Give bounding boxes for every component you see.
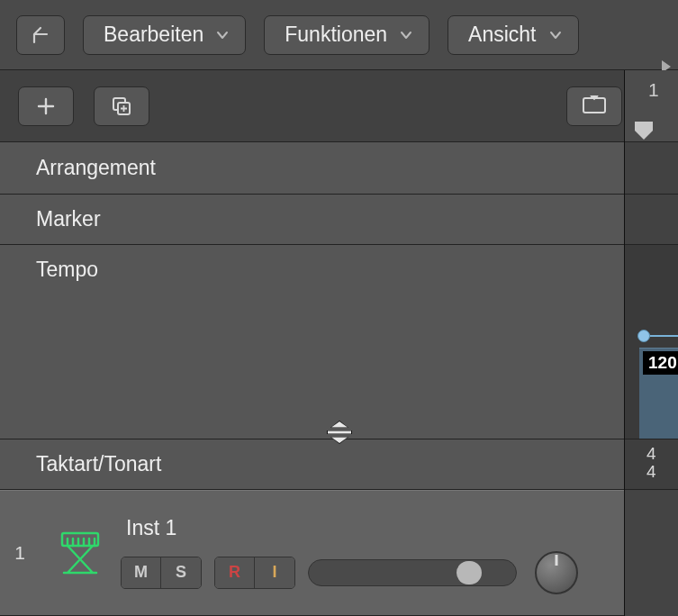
duplicate-track-button[interactable] (94, 86, 149, 126)
bar-number: 1 (648, 79, 659, 101)
back-button[interactable] (16, 15, 65, 55)
track-body: Inst 1 M S R I (121, 512, 678, 594)
ruler-marker[interactable] (625, 195, 678, 245)
tempo-label: Tempo (36, 258, 98, 282)
tempo-value-badge: 120 (643, 351, 678, 375)
arrangement-label: Arrangement (36, 156, 156, 180)
arrangement-lane: Arrangement + (0, 142, 678, 195)
pan-knob[interactable] (535, 551, 578, 594)
functions-menu[interactable]: Funktionen (264, 15, 429, 55)
track-number: 1 (0, 542, 40, 564)
playhead-icon[interactable] (632, 119, 655, 142)
input-monitor-button[interactable]: I (255, 557, 294, 588)
tempo-lane: Tempo 140 120 100 (0, 245, 678, 439)
functions-menu-label: Funktionen (285, 23, 387, 47)
view-menu-label: Ansicht (468, 23, 536, 47)
keyboard-instrument-icon (55, 528, 105, 578)
duplicate-icon (110, 95, 133, 118)
tracks-subtoolbar (0, 70, 678, 142)
chevron-down-icon (400, 29, 412, 41)
catch-playhead-icon (582, 95, 607, 117)
marker-label: Marker (36, 207, 101, 231)
time-signature: 4 4 (646, 445, 656, 481)
tempo-point[interactable] (637, 330, 650, 342)
ruler-area: 1 120 4 4 (624, 70, 678, 616)
signature-lane: Taktart/Tonart + (0, 439, 678, 490)
catch-playhead-button[interactable] (566, 86, 622, 126)
track-name[interactable]: Inst 1 (121, 516, 678, 540)
ruler-arrangement[interactable] (625, 142, 678, 195)
bar-ruler[interactable]: 1 (625, 70, 678, 142)
resize-handle-icon[interactable] (320, 419, 359, 446)
plus-icon (36, 96, 56, 116)
view-menu[interactable]: Ansicht (447, 15, 578, 55)
track-row[interactable]: 1 Inst 1 M S R I (0, 490, 678, 616)
volume-slider[interactable] (308, 559, 517, 586)
volume-thumb[interactable] (457, 561, 482, 584)
track-icon-slot (40, 528, 121, 578)
chevron-down-icon (549, 29, 562, 41)
ruler-signature[interactable]: 4 4 (625, 439, 678, 490)
ruler-tempo[interactable]: 120 (625, 245, 678, 439)
time-sig-numerator: 4 (646, 445, 656, 463)
main-toolbar: Bearbeiten Funktionen Ansicht (0, 0, 678, 70)
time-sig-denominator: 4 (646, 463, 656, 481)
edit-menu-label: Bearbeiten (104, 23, 203, 47)
marker-lane: Marker + (0, 195, 678, 245)
svg-rect-2 (583, 98, 605, 113)
record-input-group: R I (214, 557, 295, 589)
svg-rect-4 (328, 431, 351, 434)
solo-button[interactable]: S (161, 557, 201, 588)
chevron-down-icon (216, 29, 229, 41)
record-enable-button[interactable]: R (215, 557, 255, 588)
edit-menu[interactable]: Bearbeiten (83, 15, 246, 55)
signature-label: Taktart/Tonart (36, 452, 161, 476)
add-track-button[interactable] (18, 86, 74, 126)
mute-solo-group: M S (121, 557, 202, 589)
back-arrow-icon (29, 23, 52, 47)
mute-button[interactable]: M (122, 557, 161, 588)
track-controls: M S R I (121, 551, 678, 594)
